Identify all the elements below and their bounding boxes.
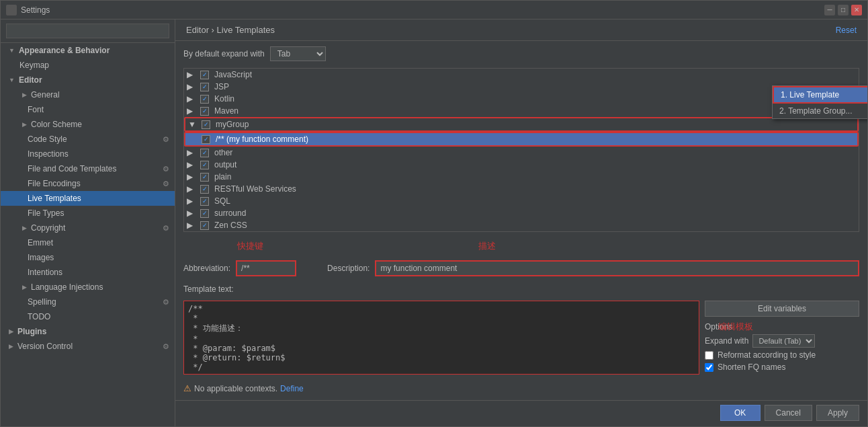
- sidebar-item-file-types[interactable]: File Types: [1, 206, 175, 221]
- tree-item-surround[interactable]: ▶ ✓ surround: [184, 207, 859, 219]
- sidebar-item-intentions[interactable]: Intentions: [1, 265, 175, 280]
- reset-link[interactable]: Reset: [836, 26, 857, 35]
- tree-item-jsp[interactable]: ▶ ✓ JSP: [184, 81, 859, 93]
- sidebar-item-file-encodings[interactable]: File Encodings ⚙: [1, 176, 175, 191]
- checkbox-myGroup[interactable]: ✓: [202, 120, 210, 129]
- tree-item-output[interactable]: ▶ ✓ output: [184, 159, 859, 171]
- tree-item-plain[interactable]: ▶ ✓ plain: [184, 171, 859, 183]
- sidebar-item-copyright[interactable]: ▶ Copyright ⚙: [1, 221, 175, 235]
- checkbox-javascript[interactable]: ✓: [200, 71, 209, 79]
- tree-item-zencss[interactable]: ▶ ✓ Zen CSS: [184, 219, 859, 231]
- expand-default-row: By default expand with Tab Enter Space: [183, 46, 859, 61]
- sidebar-item-plugins[interactable]: ▶ Plugins: [1, 324, 175, 339]
- sidebar-item-language-injections[interactable]: ▶ Language Injections: [1, 280, 175, 295]
- checkbox-jsp[interactable]: ✓: [200, 83, 209, 91]
- sidebar-item-version-control[interactable]: ▶ Version Control ⚙: [1, 339, 175, 354]
- checkbox-restful[interactable]: ✓: [200, 185, 209, 194]
- checkbox-maven[interactable]: ✓: [200, 107, 209, 116]
- tree-item-label: plain: [214, 172, 231, 182]
- tree-item-other[interactable]: ▶ ✓ other: [184, 147, 859, 159]
- sidebar-item-inspections[interactable]: Inspections: [1, 147, 175, 161]
- sidebar-item-font[interactable]: Font: [1, 102, 175, 117]
- expand-arrow-icon: ▶: [187, 106, 198, 116]
- sidebar-item-live-templates[interactable]: Live Templates: [1, 191, 175, 206]
- abbr-desc-row: Abbreviation: Description:: [183, 260, 859, 276]
- sidebar-item-general[interactable]: ▶ General: [1, 87, 175, 102]
- sidebar-item-appearance[interactable]: ▼ Appearance & Behavior: [1, 43, 175, 58]
- tree-item-label: /** (my function comment): [216, 134, 308, 144]
- checkbox-zencss[interactable]: ✓: [200, 221, 209, 230]
- expand-with-label: Expand with: [705, 336, 748, 346]
- reformat-label: Reformat according to style: [718, 350, 816, 360]
- sidebar-item-images[interactable]: Images: [1, 250, 175, 265]
- expand-arrow-icon: ▶: [187, 208, 198, 218]
- settings-icon: ⚙: [163, 342, 169, 351]
- expand-arrow-icon: ▶: [187, 221, 198, 230]
- reformat-row: Reformat according to style: [705, 350, 859, 360]
- options-panel: Edit variables Options Expand with Defau…: [705, 301, 859, 377]
- template-group-option[interactable]: 2. Template Group...: [773, 104, 867, 118]
- settings-icon: [6, 5, 17, 15]
- sidebar-item-code-style[interactable]: Code Style ⚙: [1, 132, 175, 147]
- minimize-button[interactable]: ─: [824, 5, 835, 15]
- sidebar-item-label: File and Code Templates: [28, 164, 117, 173]
- checkbox-output[interactable]: ✓: [200, 161, 209, 169]
- expand-with-row: Expand with Default (Tab) Tab Enter Spac…: [705, 334, 859, 348]
- sidebar-item-file-code-templates[interactable]: File and Code Templates ⚙: [1, 161, 175, 176]
- tree-item-sql[interactable]: ▶ ✓ SQL: [184, 195, 859, 207]
- main-content: ▼ Appearance & Behavior Keymap ▼ Editor …: [1, 20, 867, 426]
- live-template-option[interactable]: 1. Live Template: [773, 86, 867, 104]
- define-link[interactable]: Define: [280, 384, 304, 393]
- expand-default-select[interactable]: Tab Enter Space: [270, 46, 326, 61]
- settings-icon: ⚙: [163, 180, 169, 188]
- breadcrumb-live-templates: Live Templates: [217, 25, 275, 35]
- template-textarea[interactable]: /** * * 功能描述： * * @param: $param$ * @ret…: [183, 301, 699, 375]
- description-input[interactable]: [375, 260, 859, 276]
- sidebar-item-label: Font: [28, 105, 44, 114]
- close-button[interactable]: ✕: [851, 5, 862, 15]
- expand-with-select[interactable]: Default (Tab) Tab Enter Space: [752, 334, 815, 348]
- sidebar-item-color-scheme[interactable]: ▶ Color Scheme: [1, 117, 175, 132]
- title-bar-left: Settings: [6, 5, 50, 15]
- cancel-button[interactable]: Cancel: [765, 405, 812, 421]
- checkbox-plain[interactable]: ✓: [200, 173, 209, 182]
- sidebar-item-label: Live Templates: [28, 194, 81, 203]
- checkbox-kotlin[interactable]: ✓: [200, 95, 209, 104]
- sidebar-item-editor[interactable]: ▼ Editor: [1, 73, 175, 87]
- sidebar-item-label: General: [31, 90, 60, 100]
- apply-button[interactable]: Apply: [816, 405, 859, 421]
- abbreviation-label: Abbreviation:: [183, 264, 230, 273]
- checkbox-other[interactable]: ✓: [200, 149, 209, 157]
- tree-item-restful[interactable]: ▶ ✓ RESTful Web Services: [184, 183, 859, 195]
- sidebar-item-keymap[interactable]: Keymap: [1, 58, 175, 73]
- reformat-checkbox[interactable]: [705, 351, 713, 360]
- sidebar-item-emmet[interactable]: Emmet: [1, 235, 175, 250]
- checkbox-sql[interactable]: ✓: [200, 197, 209, 206]
- search-box: [1, 20, 175, 43]
- tree-item-myGroup[interactable]: ▼ ✓ myGroup: [184, 117, 859, 132]
- sidebar-item-label: File Encodings: [28, 179, 81, 188]
- shortcut-annotation: 快捷键: [237, 240, 263, 252]
- abbreviation-input[interactable]: [236, 260, 296, 276]
- tree-item-kotlin[interactable]: ▶ ✓ Kotlin: [184, 93, 859, 105]
- expand-arrow-icon: ▶: [22, 225, 27, 231]
- checkbox-surround[interactable]: ✓: [200, 209, 209, 218]
- expand-arrow-icon: ▶: [187, 172, 198, 182]
- sidebar-item-label: Inspections: [28, 149, 69, 159]
- shorten-eq-checkbox[interactable]: [705, 363, 713, 372]
- edit-variables-button[interactable]: Edit variables: [705, 301, 859, 317]
- tree-item-maven[interactable]: ▶ ✓ Maven: [184, 105, 859, 117]
- search-input[interactable]: [6, 24, 169, 38]
- checkbox-myfunction[interactable]: ✓: [202, 135, 210, 144]
- maximize-button[interactable]: □: [838, 5, 849, 15]
- ok-button[interactable]: OK: [720, 405, 761, 421]
- sidebar-item-spelling[interactable]: Spelling ⚙: [1, 295, 175, 309]
- window-title: Settings: [21, 5, 50, 15]
- sidebar-item-todo[interactable]: TODO: [1, 309, 175, 324]
- tree-item-javascript[interactable]: ▶ ✓ JavaScript: [184, 69, 859, 81]
- expand-arrow-icon: ▼: [188, 120, 199, 129]
- tree-item-myfunction[interactable]: ✓ /** (my function comment): [184, 132, 859, 147]
- sidebar-item-label: Copyright: [31, 223, 65, 233]
- expand-arrow-icon: ▶: [187, 82, 198, 91]
- expand-arrow-icon: ▼: [9, 77, 15, 83]
